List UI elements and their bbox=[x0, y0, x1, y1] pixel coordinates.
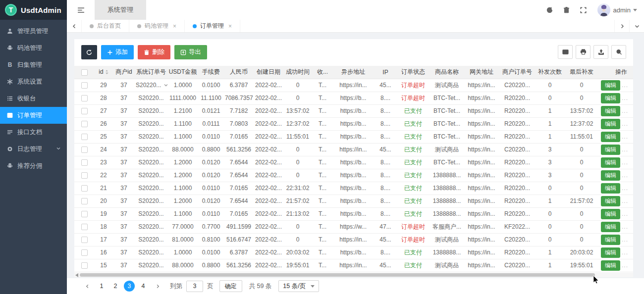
chevron-down-icon[interactable] bbox=[163, 82, 167, 89]
cell-m_order: R20220... bbox=[498, 195, 536, 207]
page-number-3[interactable]: 3 bbox=[124, 281, 135, 292]
avatar[interactable] bbox=[597, 3, 610, 16]
sidebar-item-2[interactable]: B归集管理 bbox=[0, 56, 67, 73]
columns-icon[interactable] bbox=[558, 45, 573, 59]
next-page-icon[interactable] bbox=[152, 281, 163, 292]
edit-button[interactable]: 编辑 bbox=[601, 183, 620, 194]
delete-button[interactable]: 删除 bbox=[138, 45, 170, 59]
sidebar-item-5[interactable]: 订单管理 bbox=[0, 107, 67, 124]
jump-label: 到第 bbox=[170, 282, 182, 291]
breadcrumb-tab-1[interactable]: 码池管理× bbox=[129, 20, 185, 32]
page-number-1[interactable]: 1 bbox=[96, 281, 107, 292]
collapse-menu-icon[interactable] bbox=[67, 0, 95, 20]
row-checkbox[interactable] bbox=[81, 147, 88, 153]
edit-button[interactable]: 编辑 bbox=[601, 260, 620, 271]
edit-button[interactable]: 编辑 bbox=[601, 157, 620, 168]
breadcrumb-tab-2[interactable]: 订单管理× bbox=[185, 20, 240, 32]
page-size-select[interactable]: 15 条/页 bbox=[278, 280, 319, 292]
confirm-page-button[interactable]: 确定 bbox=[219, 280, 242, 292]
more-actions[interactable]: ... bbox=[622, 146, 628, 153]
fullscreen-icon[interactable] bbox=[577, 0, 590, 20]
row-checkbox[interactable] bbox=[81, 82, 88, 89]
column-header: IP bbox=[374, 66, 397, 79]
refresh-table-button[interactable] bbox=[81, 45, 97, 59]
add-button[interactable]: 添加 bbox=[101, 45, 134, 59]
sidebar-item-8[interactable]: 推荐分佣 bbox=[0, 157, 67, 174]
row-checkbox[interactable] bbox=[81, 172, 88, 179]
row-checkbox[interactable] bbox=[81, 262, 88, 269]
search-icon[interactable] bbox=[611, 45, 626, 59]
edit-button[interactable]: 编辑 bbox=[601, 119, 620, 129]
row-checkbox[interactable] bbox=[81, 108, 88, 114]
trash-icon[interactable] bbox=[560, 0, 574, 20]
more-actions[interactable]: ... bbox=[622, 120, 628, 127]
edit-button[interactable]: 编辑 bbox=[601, 247, 620, 258]
row-checkbox[interactable] bbox=[81, 237, 88, 243]
more-actions[interactable]: ... bbox=[622, 185, 628, 192]
sidebar-item-6[interactable]: 接口文档 bbox=[0, 124, 67, 141]
edit-button[interactable]: 编辑 bbox=[601, 222, 620, 232]
more-actions[interactable]: ... bbox=[622, 159, 628, 166]
export-button[interactable]: 导出 bbox=[174, 45, 207, 59]
horizontal-scrollbar[interactable] bbox=[74, 273, 633, 277]
row-checkbox[interactable] bbox=[81, 249, 88, 256]
close-icon[interactable]: × bbox=[173, 23, 176, 30]
refresh-icon[interactable] bbox=[543, 0, 557, 20]
more-actions[interactable]: ... bbox=[622, 249, 628, 256]
row-checkbox[interactable] bbox=[81, 198, 88, 204]
close-icon[interactable]: × bbox=[228, 23, 232, 30]
breadcrumb-tab-0[interactable]: 后台首页 bbox=[82, 20, 129, 32]
sort-icon[interactable] bbox=[105, 69, 108, 76]
edit-button[interactable]: 编辑 bbox=[601, 80, 620, 91]
row-checkbox[interactable] bbox=[81, 121, 88, 127]
upload-icon[interactable] bbox=[593, 45, 608, 59]
more-actions[interactable]: ... bbox=[622, 82, 628, 89]
page-number-4[interactable]: 4 bbox=[138, 281, 149, 292]
print-icon[interactable] bbox=[576, 45, 590, 59]
row-checkbox[interactable] bbox=[81, 211, 88, 217]
select-all-header[interactable] bbox=[74, 66, 94, 79]
top-nav-tab-system[interactable]: 系统管理 bbox=[95, 0, 146, 20]
more-actions[interactable]: ... bbox=[622, 223, 628, 230]
user-menu[interactable]: admin bbox=[613, 6, 639, 14]
sidebar-item-0[interactable]: 管理员管理 bbox=[0, 23, 67, 40]
more-actions[interactable]: ... bbox=[622, 107, 628, 114]
more-actions[interactable]: ... bbox=[622, 133, 628, 140]
edit-button[interactable]: 编辑 bbox=[601, 196, 620, 206]
column-header[interactable]: id bbox=[94, 66, 113, 79]
scroll-left-arrow-icon[interactable] bbox=[75, 273, 78, 277]
more-actions[interactable]: ... bbox=[622, 262, 628, 269]
row-checkbox[interactable] bbox=[81, 224, 88, 230]
edit-button[interactable]: 编辑 bbox=[601, 106, 620, 116]
more-actions[interactable]: ... bbox=[622, 95, 628, 101]
row-checkbox[interactable] bbox=[81, 159, 88, 166]
edit-button[interactable]: 编辑 bbox=[601, 209, 620, 219]
tabs-menu-icon[interactable] bbox=[629, 20, 644, 32]
edit-button[interactable]: 编辑 bbox=[601, 235, 620, 245]
cell-fee: 0.8100 bbox=[198, 233, 224, 246]
sidebar-item-3[interactable]: 系统设置 bbox=[0, 73, 67, 90]
edit-button[interactable]: 编辑 bbox=[601, 132, 620, 142]
row-checkbox[interactable] bbox=[81, 185, 88, 192]
sidebar-item-1[interactable]: 码池管理 bbox=[0, 40, 67, 56]
row-checkbox[interactable] bbox=[81, 134, 88, 140]
scrollbar-thumb[interactable] bbox=[80, 273, 595, 277]
cell-product: BTC-Tet... bbox=[429, 117, 465, 130]
page-number-2[interactable]: 2 bbox=[110, 281, 121, 292]
jump-page-input[interactable] bbox=[186, 281, 203, 292]
more-actions[interactable]: ... bbox=[622, 197, 628, 204]
more-actions[interactable]: ... bbox=[622, 172, 628, 179]
edit-button[interactable]: 编辑 bbox=[601, 145, 620, 155]
cell-gateway: https://in... bbox=[465, 104, 498, 117]
select-all-checkbox[interactable] bbox=[81, 69, 88, 76]
more-actions[interactable]: ... bbox=[622, 210, 628, 217]
sidebar-item-7[interactable]: 日志管理 bbox=[0, 141, 67, 157]
row-checkbox[interactable] bbox=[81, 95, 88, 101]
edit-button[interactable]: 编辑 bbox=[601, 93, 620, 103]
tabs-scroll-right-icon[interactable] bbox=[614, 20, 629, 32]
more-actions[interactable]: ... bbox=[622, 236, 628, 243]
tabs-scroll-left-icon[interactable] bbox=[67, 20, 82, 32]
sidebar-item-4[interactable]: 收银台 bbox=[0, 90, 67, 107]
edit-button[interactable]: 编辑 bbox=[601, 170, 620, 181]
prev-page-icon[interactable] bbox=[82, 281, 93, 292]
